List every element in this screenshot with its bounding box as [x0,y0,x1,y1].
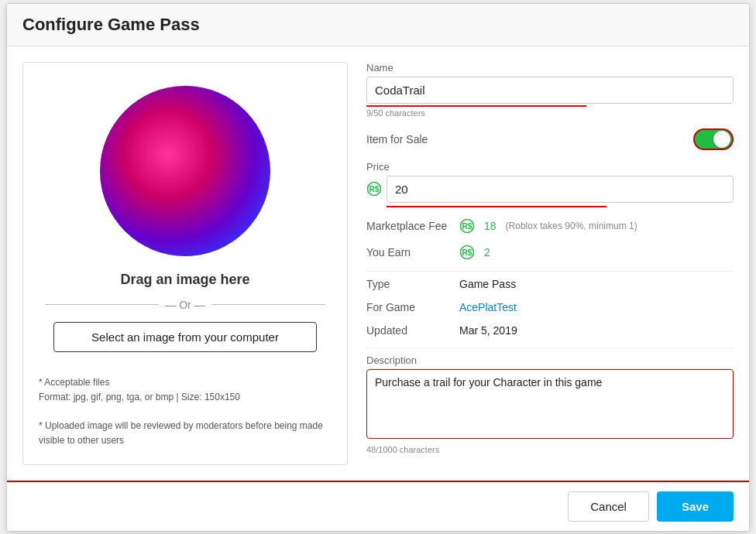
type-row: Type Game Pass [366,278,734,290]
updated-label: Updated [366,324,459,337]
section-divider [366,271,734,272]
type-label: Type [366,278,459,290]
description-label: Description [366,354,734,366]
for-game-label: For Game [366,301,459,313]
image-upload-panel: Drag an image here — Or — Select an imag… [22,62,348,465]
section-divider-2 [366,347,734,348]
name-error-underline [366,105,586,107]
acceptable-files-note: * Acceptable files Format: jpg, gif, png… [39,375,332,405]
marketplace-fee-row: Marketplace Fee R$ 18 (Roblox takes 90%,… [366,218,734,234]
upload-footer-notes: * Acceptable files Format: jpg, gif, png… [39,360,332,449]
you-earn-value-wrapper: R$ 2 [459,245,490,260]
drag-text: Drag an image here [120,272,249,288]
for-game-value[interactable]: AcePlatTest [459,301,517,313]
or-divider: — Or — [39,299,332,311]
you-earn-row: You Earn R$ 2 [366,245,734,260]
price-label: Price [366,161,734,173]
description-char-count: 48/1000 characters [366,445,734,454]
footer-line1: * Acceptable files [39,377,109,388]
price-row: R$ [366,176,734,203]
you-earn-label: You Earn [366,246,459,258]
marketplace-fee-value-wrapper: R$ 18 (Roblox takes 90%, minimum 1) [459,218,637,234]
you-earn-value: 2 [484,246,490,258]
dialog-footer: Cancel Save [7,481,749,531]
name-field-group: Name 9/50 characters [366,62,734,118]
marketplace-fee-note: (Roblox takes 90%, minimum 1) [506,221,637,231]
marketplace-fee-label: Marketplace Fee [366,220,459,232]
image-preview [100,86,270,256]
svg-text:R$: R$ [462,248,472,257]
toggle-knob [713,131,730,148]
price-error-underline [387,206,607,207]
select-image-button[interactable]: Select an image from your computer [53,322,317,352]
dialog-body: Drag an image here — Or — Select an imag… [7,46,749,481]
description-textarea[interactable]: Purchase a trail for your Character in t… [366,369,734,439]
footer-line2: Format: jpg, gif, png, tga, or bmp | Siz… [39,392,240,402]
robux-icon: R$ [366,181,382,197]
type-value: Game Pass [459,278,516,290]
updated-row: Updated Mar 5, 2019 [366,324,734,337]
name-input[interactable] [366,77,734,104]
save-button[interactable]: Save [657,491,734,522]
moderation-note: * Uploaded image will be reviewed by mod… [39,419,332,448]
svg-text:R$: R$ [369,185,380,193]
item-for-sale-label: Item for Sale [366,133,428,145]
configure-game-pass-dialog: Configure Game Pass Drag an image here —… [6,3,750,532]
dialog-title: Configure Game Pass [7,4,749,46]
updated-value: Mar 5, 2019 [459,324,517,337]
you-earn-robux-icon: R$ [459,245,475,260]
name-label: Name [366,62,734,74]
name-char-count: 9/50 characters [366,108,734,118]
marketplace-robux-icon: R$ [459,218,475,234]
config-form-panel: Name 9/50 characters Item for Sale Price [366,62,734,465]
for-game-row: For Game AcePlatTest [366,301,734,313]
item-for-sale-row: Item for Sale [366,128,734,150]
price-field-group: Price R$ [366,161,734,207]
item-for-sale-toggle[interactable] [693,128,734,150]
svg-text:R$: R$ [462,222,472,231]
marketplace-fee-value: 18 [484,220,497,232]
description-field-group: Description Purchase a trail for your Ch… [366,354,734,454]
price-input[interactable] [387,176,734,203]
cancel-button[interactable]: Cancel [568,491,649,522]
